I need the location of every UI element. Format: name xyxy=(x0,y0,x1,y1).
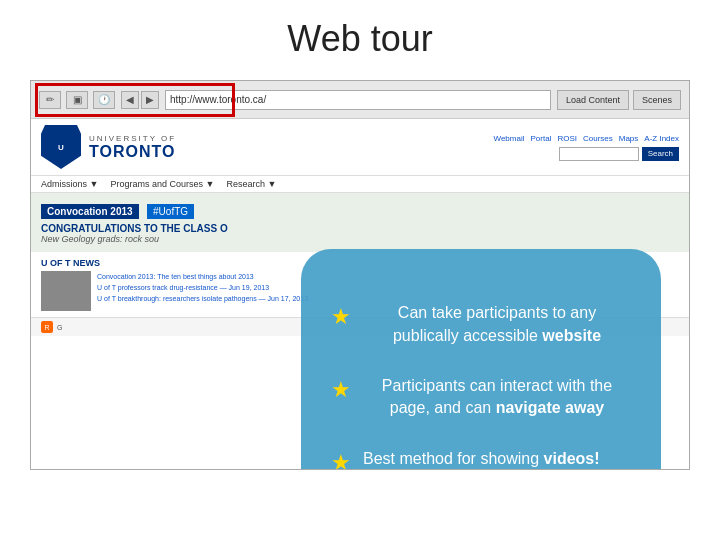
star-icon-3: ★ xyxy=(331,450,351,469)
university-logo: U UNIVERSITY OF TORONTO xyxy=(41,125,176,169)
hero-section: Convocation 2013 #UofTG CONGRATULATIONS … xyxy=(31,193,689,252)
bullet-text-3: Best method for showing videos! xyxy=(363,448,600,469)
star-icon-1: ★ xyxy=(331,304,351,330)
nav-research[interactable]: Research ▼ xyxy=(226,179,276,189)
website-content: U UNIVERSITY OF TORONTO Webmail Portal R… xyxy=(31,119,689,469)
browser-toolbar: ✏ ▣ 🕐 ◀ ▶ http://www.toronto.ca/ Load Co… xyxy=(31,81,689,119)
hero-subheadline: New Geology grads: rock sou xyxy=(41,234,679,244)
hero-headline: CONGRATULATIONS TO THE CLASS O xyxy=(41,223,679,234)
back-arrow[interactable]: ◀ xyxy=(121,91,139,109)
link-rosi[interactable]: ROSI xyxy=(557,134,577,143)
edit-icon[interactable]: ✏ xyxy=(39,91,61,109)
forward-arrow[interactable]: ▶ xyxy=(141,91,159,109)
rss-icon: R xyxy=(41,321,53,333)
uni-of-label: UNIVERSITY OF xyxy=(89,134,176,143)
search-button[interactable]: Search xyxy=(642,147,679,161)
header-links: Webmail Portal ROSI Courses Maps A-Z Ind… xyxy=(494,134,680,143)
scenes-button[interactable]: Scenes xyxy=(633,90,681,110)
bullet-text-1: Can take participants to any publically … xyxy=(363,302,631,347)
link-maps[interactable]: Maps xyxy=(619,134,639,143)
news-block: U OF T NEWS Convocation 2013: The ten be… xyxy=(41,258,308,311)
news-items: Convocation 2013: The ten best things ab… xyxy=(97,271,308,311)
bullet-item-3: ★ Best method for showing videos! xyxy=(331,448,631,469)
browser-screenshot: ✏ ▣ 🕐 ◀ ▶ http://www.toronto.ca/ Load Co… xyxy=(30,80,690,470)
uni-toronto-label: TORONTO xyxy=(89,143,176,161)
site-nav: Admissions ▼ Programs and Courses ▼ Rese… xyxy=(31,176,689,193)
hero-left: Convocation 2013 #UofTG CONGRATULATIONS … xyxy=(41,201,679,244)
news-thumbnail xyxy=(41,271,91,311)
search-bar: Search xyxy=(559,147,679,161)
nav-admissions[interactable]: Admissions ▼ xyxy=(41,179,98,189)
link-portal[interactable]: Portal xyxy=(530,134,551,143)
link-courses[interactable]: Courses xyxy=(583,134,613,143)
bullet-item-2: ★ Participants can interact with the pag… xyxy=(331,375,631,420)
nav-programs[interactable]: Programs and Courses ▼ xyxy=(110,179,214,189)
star-icon-2: ★ xyxy=(331,377,351,403)
rss-label: G xyxy=(57,324,62,331)
search-input[interactable] xyxy=(559,147,639,161)
convocation-badge: Convocation 2013 xyxy=(41,204,139,219)
university-name: UNIVERSITY OF TORONTO xyxy=(89,134,176,161)
toolbar-right: Load Content Scenes xyxy=(557,90,681,110)
news-item-2[interactable]: U of T professors track drug-resistance … xyxy=(97,282,308,293)
address-bar[interactable]: http://www.toronto.ca/ xyxy=(165,90,551,110)
link-az[interactable]: A-Z Index xyxy=(644,134,679,143)
page-title: Web tour xyxy=(0,0,720,70)
bullet-item-1: ★ Can take participants to any publicall… xyxy=(331,302,631,347)
window-icon[interactable]: ▣ xyxy=(66,91,88,109)
clock-icon[interactable]: 🕐 xyxy=(93,91,115,109)
nav-arrows: ◀ ▶ xyxy=(121,91,159,109)
hashtag-badge: #UofTG xyxy=(147,204,194,219)
news-item-1[interactable]: Convocation 2013: The ten best things ab… xyxy=(97,271,308,282)
news-label: U OF T NEWS xyxy=(41,258,308,268)
news-item-3[interactable]: U of T breakthrough: researchers isolate… xyxy=(97,293,308,304)
info-bubble: ★ Can take participants to any publicall… xyxy=(301,249,661,469)
load-content-button[interactable]: Load Content xyxy=(557,90,629,110)
link-webmail[interactable]: Webmail xyxy=(494,134,525,143)
header-nav: Webmail Portal ROSI Courses Maps A-Z Ind… xyxy=(494,134,680,161)
toolbar-icons: ✏ ▣ 🕐 xyxy=(39,91,115,109)
site-header: U UNIVERSITY OF TORONTO Webmail Portal R… xyxy=(31,119,689,176)
bullet-text-2: Participants can interact with the page,… xyxy=(363,375,631,420)
logo-shield: U xyxy=(41,125,81,169)
